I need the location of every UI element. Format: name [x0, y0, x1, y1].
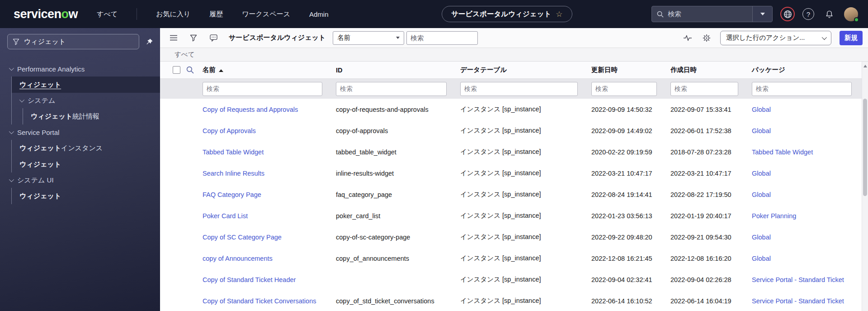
list-chat-button[interactable] — [208, 33, 219, 43]
filter-input-package[interactable] — [752, 82, 852, 96]
row-package-link[interactable]: Global — [752, 191, 771, 198]
column-search-toggle-icon[interactable] — [186, 66, 194, 74]
breadcrumb-all[interactable]: すべて — [175, 50, 195, 59]
tree-section-performance-analytics[interactable]: Performance Analytics — [0, 61, 160, 77]
column-header-table[interactable]: データテーブル — [457, 66, 588, 74]
row-actions-dropdown[interactable]: 選択した行のアクション... — [720, 31, 831, 45]
nav-history[interactable]: 履歴 — [209, 10, 223, 19]
row-created: 2018-07-28 07:23:28 — [667, 148, 748, 156]
servicenow-logo[interactable]: servicenow — [14, 7, 78, 21]
update-set-globe-indicator[interactable] — [780, 7, 795, 21]
global-search[interactable]: 検索 — [651, 6, 773, 22]
row-package-link[interactable]: Service Portal - Standard Ticket — [752, 297, 844, 305]
row-name-link[interactable]: Tabbed Table Widget — [203, 148, 264, 156]
tree-item-widgets-pa[interactable]: ウィジェット — [12, 77, 160, 93]
context-pill[interactable]: サービスポータルウィジェット ☆ — [442, 6, 572, 22]
row-name-link[interactable]: Copy of Standard Ticket Conversations — [203, 297, 316, 305]
row-name-link[interactable]: Copy of Requests and Approvals — [203, 106, 298, 113]
tree-section-system-ui[interactable]: システム UI — [0, 172, 160, 188]
nav-favorites[interactable]: お気に入り — [156, 10, 190, 19]
row-package-link[interactable]: Global — [752, 127, 771, 134]
filter-input-updated[interactable] — [591, 82, 657, 96]
row-updated: 2022-08-24 19:14:41 — [588, 191, 667, 198]
row-package-link[interactable]: Service Portal - Standard Ticket — [752, 276, 844, 283]
row-updated: 2022-06-14 16:10:52 — [588, 297, 667, 305]
row-name-link[interactable]: FAQ Category Page — [203, 191, 261, 198]
sort-ascending-icon — [219, 69, 223, 72]
row-package-link[interactable]: Global — [752, 106, 771, 113]
tree-item-widgets-ui[interactable]: ウィジェット — [12, 188, 160, 204]
filter-input-table[interactable] — [460, 82, 578, 96]
favorite-star-icon[interactable]: ☆ — [556, 10, 562, 18]
scroll-up-arrow-icon[interactable] — [863, 65, 867, 67]
list-filter-button[interactable] — [188, 33, 199, 43]
row-id: tabbed_table_widget — [332, 148, 457, 156]
row-name-link[interactable]: copy of Announcements — [203, 255, 273, 262]
search-field-selector[interactable]: 名前 — [333, 31, 404, 45]
row-table: インスタンス [sp_instance] — [457, 148, 588, 156]
column-header-name[interactable]: 名前 — [199, 66, 332, 74]
table-row: Copy of Requests and Approvals copy-of-r… — [160, 99, 862, 120]
table-header-row: 名前 ID データテーブル 更新日時 作成日時 パッケージ — [160, 62, 862, 79]
tree-item-widget-instances[interactable]: ウィジェットインスタンス — [12, 140, 160, 156]
list-context-menu-button[interactable] — [168, 33, 179, 43]
tree-section-system[interactable]: システム — [12, 93, 160, 108]
row-updated: 2022-12-08 16:21:45 — [588, 255, 667, 262]
tree-item-widget-statistics[interactable]: ウィジェット統計情報 — [23, 108, 160, 124]
filter-input-id[interactable] — [336, 82, 447, 96]
row-updated: 2022-09-09 14:50:32 — [588, 106, 667, 113]
filter-input-created[interactable] — [670, 82, 738, 96]
notifications-button[interactable] — [822, 7, 836, 21]
personalize-list-button[interactable] — [682, 33, 693, 43]
nav-admin[interactable]: Admin — [309, 10, 329, 18]
navigator-filter-input[interactable]: ウィジェット — [7, 34, 139, 49]
row-id: faq_category_page — [332, 191, 457, 198]
table-row: Poker Card List poker_card_list インスタンス [… — [160, 205, 862, 226]
column-header-updated[interactable]: 更新日時 — [588, 66, 667, 74]
select-all-checkbox[interactable] — [173, 66, 180, 74]
row-package-link[interactable]: Global — [752, 234, 771, 241]
nav-workspaces[interactable]: ワークスペース — [242, 10, 290, 19]
gear-icon — [703, 34, 711, 42]
avatar[interactable] — [844, 7, 858, 21]
help-icon[interactable]: ? — [802, 8, 814, 20]
tree-section-service-portal[interactable]: Service Portal — [0, 124, 160, 140]
row-id: inline-results-widget — [332, 170, 457, 177]
filter-input-name[interactable] — [203, 82, 322, 96]
scrollbar-thumb[interactable] — [863, 99, 867, 196]
row-created: 2022-08-22 17:19:50 — [667, 191, 748, 198]
row-package-link[interactable]: Tabbed Table Widget — [752, 148, 813, 156]
list-search-input[interactable] — [406, 31, 478, 45]
header-nav: すべて お気に入り 履歴 ワークスペース Admin — [78, 8, 328, 20]
row-updated: 2022-09-04 02:32:41 — [588, 276, 667, 283]
row-name-link[interactable]: Copy of SC Category Page — [203, 234, 282, 241]
row-created: 2022-06-01 17:52:38 — [667, 127, 748, 134]
vertical-scrollbar[interactable] — [862, 62, 868, 311]
tree-item-widgets-sp[interactable]: ウィジェット — [12, 156, 160, 172]
pin-sidebar-button[interactable] — [144, 36, 155, 47]
chevron-down-icon — [760, 13, 765, 15]
row-name-link[interactable]: Search Inline Results — [203, 170, 264, 177]
column-filter-row — [160, 79, 862, 99]
row-name-link[interactable]: Copy of Standard Ticket Header — [203, 276, 296, 283]
chevron-down-icon — [9, 177, 14, 182]
column-header-package[interactable]: パッケージ — [748, 66, 862, 74]
row-id: copy_of_announcements — [332, 255, 457, 262]
table-row: Copy of SC Category Page copy-of-sc-cate… — [160, 226, 862, 248]
row-package-link[interactable]: Global — [752, 170, 771, 177]
nav-all-menu[interactable]: すべて — [97, 10, 118, 19]
row-package-link[interactable]: Poker Planning — [752, 212, 796, 220]
column-header-created[interactable]: 作成日時 — [667, 66, 748, 74]
row-updated: 2020-02-22 09:19:59 — [588, 148, 667, 156]
search-icon — [657, 11, 664, 18]
row-package-link[interactable]: Global — [752, 255, 771, 262]
row-id: poker_card_list — [332, 212, 457, 220]
list-settings-button[interactable] — [701, 33, 712, 43]
row-name-link[interactable]: Copy of Approvals — [203, 127, 256, 134]
global-search-input[interactable]: 検索 — [652, 6, 752, 22]
row-name-link[interactable]: Poker Card List — [203, 212, 248, 220]
search-scope-dropdown[interactable] — [752, 6, 772, 22]
new-record-button[interactable]: 新規 — [840, 31, 863, 45]
row-table: インスタンス [sp_instance] — [457, 211, 588, 220]
column-header-id[interactable]: ID — [332, 67, 457, 74]
